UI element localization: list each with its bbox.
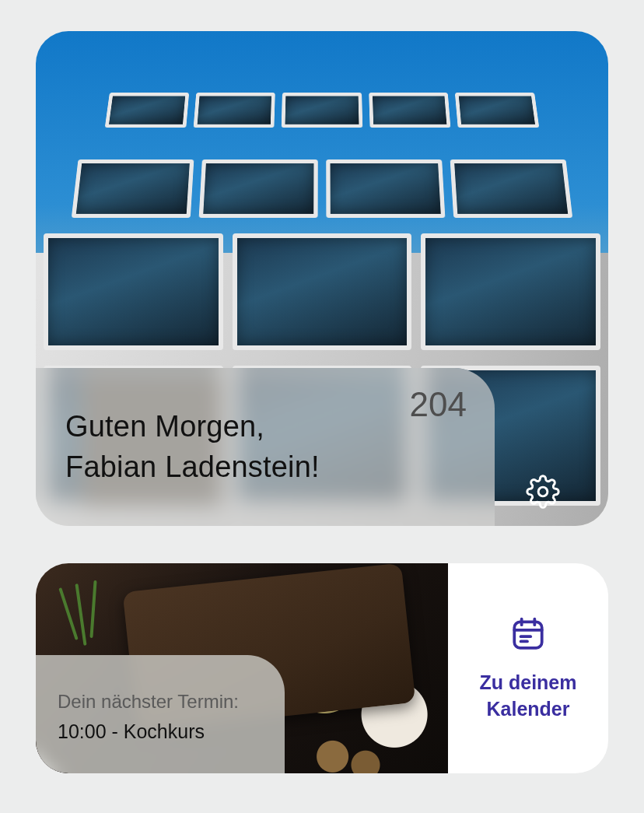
next-appointment-value: 10:00 - Kochkurs [58,720,263,743]
appointment-panel: Dein nächster Termin: 10:00 - Kochkurs [36,655,285,773]
calendar-link-line2: Kalender [487,698,570,720]
greeting-panel: Guten Morgen, Fabian Ladenstein! 204 [36,368,495,526]
appointment-card: Dein nächster Termin: 10:00 - Kochkurs Z… [36,563,608,773]
calendar-link-line1: Zu deinem [479,671,576,693]
svg-rect-1 [514,622,541,648]
next-appointment-label: Dein nächster Termin: [58,691,263,713]
greeting-text: Guten Morgen, Fabian Ladenstein! [65,407,465,487]
greeting-line1: Guten Morgen, [65,410,264,443]
room-number: 204 [410,385,467,424]
hero-card: Guten Morgen, Fabian Ladenstein! 204 [36,31,608,526]
calendar-link-text: Zu deinem Kalender [479,670,576,723]
greeting-line2: Fabian Ladenstein! [65,450,320,483]
svg-point-0 [538,487,548,496]
calendar-icon [509,614,548,656]
appointment-image: Dein nächster Termin: 10:00 - Kochkurs [36,563,448,773]
settings-button[interactable] [523,473,563,513]
gear-icon [526,475,560,512]
calendar-link[interactable]: Zu deinem Kalender [448,563,608,773]
